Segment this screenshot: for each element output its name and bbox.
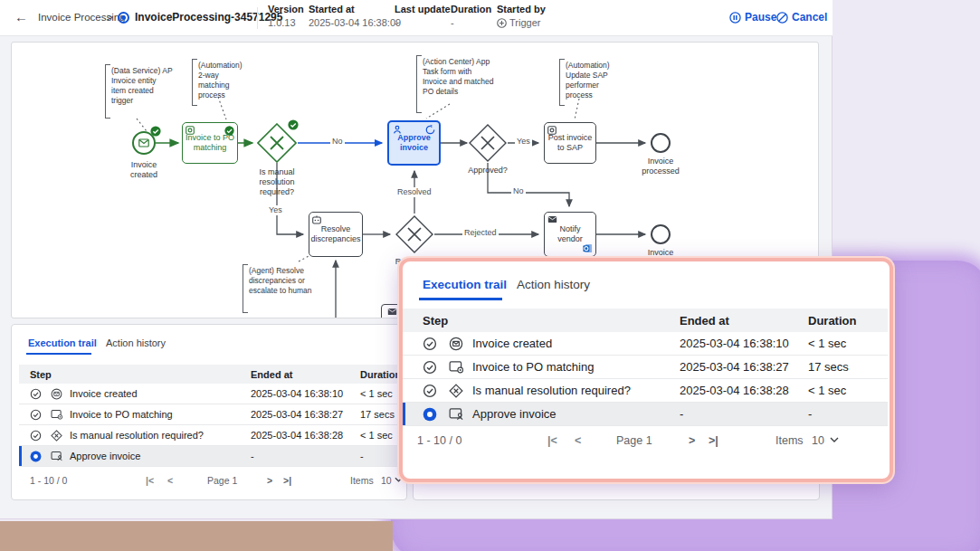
tab-action-history[interactable]: Action history xyxy=(517,278,590,291)
user-task-icon xyxy=(449,407,464,421)
annotation-bracket xyxy=(192,59,196,106)
meta-last-update: Last update- xyxy=(395,4,451,28)
table-row[interactable]: Is manual resolution required? 2025-03-0… xyxy=(19,425,401,446)
current-step-icon xyxy=(423,407,437,422)
end-event-invoice-processed[interactable] xyxy=(651,133,671,153)
step-name: Approve invoice xyxy=(472,407,557,421)
first-page-button[interactable]: |< xyxy=(146,475,154,486)
meta-started-by: Started by Trigger xyxy=(497,4,546,28)
start-event-icon xyxy=(449,337,463,351)
active-tab-underline xyxy=(26,353,91,355)
table-row-current[interactable]: Approve invoice - - xyxy=(19,446,401,467)
instance-status-icon xyxy=(118,12,129,24)
outlook-icon xyxy=(583,243,593,253)
table-header: Step Ended at Duration xyxy=(19,365,401,384)
tab-action-history[interactable]: Action history xyxy=(106,337,166,348)
node-label: Invoice processed xyxy=(633,157,688,176)
first-page-button[interactable]: |< xyxy=(547,434,557,447)
cancel-icon xyxy=(776,12,788,24)
prev-page-button[interactable]: < xyxy=(167,475,173,486)
duration: 17 secs xyxy=(360,409,395,420)
edge-label-yes: Yes xyxy=(515,137,532,147)
task-post-invoice-to-sap[interactable]: Post invoice to SAP xyxy=(544,122,596,164)
gateway-approved[interactable] xyxy=(469,124,507,162)
envelope-icon xyxy=(547,215,557,223)
annotation-bracket xyxy=(559,59,564,106)
check-badge-icon xyxy=(224,126,234,136)
execution-trail-panel: Execution trail Action history Step Ende… xyxy=(11,324,407,500)
envelope-icon xyxy=(387,308,397,316)
duration: < 1 sec xyxy=(360,388,393,399)
pagination-range: 1 - 10 / 0 xyxy=(417,434,461,447)
last-page-button[interactable]: >| xyxy=(283,475,291,486)
col-ended-at: Ended at xyxy=(680,314,729,328)
end-event-invoice-rejected[interactable] xyxy=(651,224,671,244)
cancel-button[interactable]: Cancel xyxy=(776,11,827,24)
next-page-button[interactable]: > xyxy=(689,434,695,447)
ended-at: - xyxy=(251,451,254,461)
ended-at: 2025-03-04 16:38:10 xyxy=(251,388,343,399)
next-page-button[interactable]: > xyxy=(267,475,272,486)
step-name: Invoice to PO matching xyxy=(70,409,173,420)
person-icon xyxy=(393,125,402,134)
tab-execution-trail[interactable]: Execution trail xyxy=(28,337,97,348)
envelope-icon xyxy=(138,138,149,147)
annotation-data-service: (Data Service) AP Invoice entity item cr… xyxy=(111,66,173,106)
tab-execution-trail[interactable]: Execution trail xyxy=(423,278,507,291)
ended-at: 2025-03-04 16:38:10 xyxy=(680,337,789,350)
task-approve-invoice[interactable]: Approve invoice xyxy=(387,120,441,166)
edge-label-no: No xyxy=(511,186,526,196)
items-label: Items xyxy=(775,434,804,447)
back-icon[interactable]: ← xyxy=(14,9,28,24)
chevron-down-icon[interactable] xyxy=(830,437,839,442)
step-name: Invoice to PO matching xyxy=(472,360,594,374)
trigger-icon xyxy=(497,18,507,28)
col-ended-at: Ended at xyxy=(251,369,292,380)
completed-check-icon xyxy=(30,409,42,421)
duration: - xyxy=(360,451,364,461)
items-per-page-select[interactable]: 10 xyxy=(381,475,392,486)
annotation-bracket xyxy=(243,264,247,313)
last-page-button[interactable]: >| xyxy=(709,434,718,447)
node-label: Invoice created xyxy=(117,160,171,180)
start-event-icon xyxy=(51,388,62,400)
duration: - xyxy=(808,407,812,421)
check-badge-icon xyxy=(150,126,161,137)
task-invoice-to-po-matching[interactable]: Invoice to PO matching xyxy=(182,122,238,164)
desktop-background-strip xyxy=(0,521,393,551)
task-resolve-discrepancies[interactable]: Resolve discrepancies xyxy=(309,212,363,257)
current-step-icon xyxy=(30,451,42,462)
col-duration: Duration xyxy=(360,369,401,380)
current-row-indicator xyxy=(403,403,405,425)
gateway-resolution-outcome[interactable] xyxy=(395,215,433,253)
task-notify-vendor[interactable]: Notify vendor xyxy=(544,212,596,257)
header-divider xyxy=(257,7,258,29)
completed-check-icon xyxy=(30,388,42,400)
page-title: InvoiceProcessing-34571295 xyxy=(135,11,282,24)
automation-icon xyxy=(186,126,195,135)
annotation-automation-matching: (Automation) 2-way matching process xyxy=(198,61,249,100)
node-label: Approved? xyxy=(461,166,515,176)
pause-button[interactable]: Pause xyxy=(729,11,776,24)
table-row[interactable]: Invoice created 2025-03-04 16:38:10 < 1 … xyxy=(19,384,401,404)
gateway-icon xyxy=(449,384,463,398)
annotation-action-center: (Action Center) App Task form with Invoi… xyxy=(423,57,495,97)
page-indicator: Page 1 xyxy=(616,434,652,447)
user-task-icon xyxy=(51,451,63,461)
completed-check-icon xyxy=(423,360,437,375)
annotation-automation-sap: (Automation) Update SAP performer proces… xyxy=(566,61,623,100)
automation-icon xyxy=(547,126,557,135)
pagination-range: 1 - 10 / 0 xyxy=(30,475,67,486)
table-row[interactable]: Is manual resolution required? 2025-03-0… xyxy=(403,379,888,403)
table-row[interactable]: Invoice to PO matching 2025-03-04 16:38:… xyxy=(403,356,888,379)
table-row-current[interactable]: Approve invoice - - xyxy=(403,403,888,426)
node-label: Is manual resolution required? xyxy=(250,167,304,196)
items-per-page-select[interactable]: 10 xyxy=(812,434,824,447)
duration: < 1 sec xyxy=(808,384,846,397)
breadcrumb-separator: > xyxy=(107,12,113,23)
pause-icon xyxy=(729,12,741,24)
edge-label-no: No xyxy=(330,137,345,147)
prev-page-button[interactable]: < xyxy=(575,434,581,447)
table-row[interactable]: Invoice created 2025-03-04 16:38:10 < 1 … xyxy=(403,332,888,356)
table-row[interactable]: Invoice to PO matching 2025-03-04 16:38:… xyxy=(19,404,401,425)
